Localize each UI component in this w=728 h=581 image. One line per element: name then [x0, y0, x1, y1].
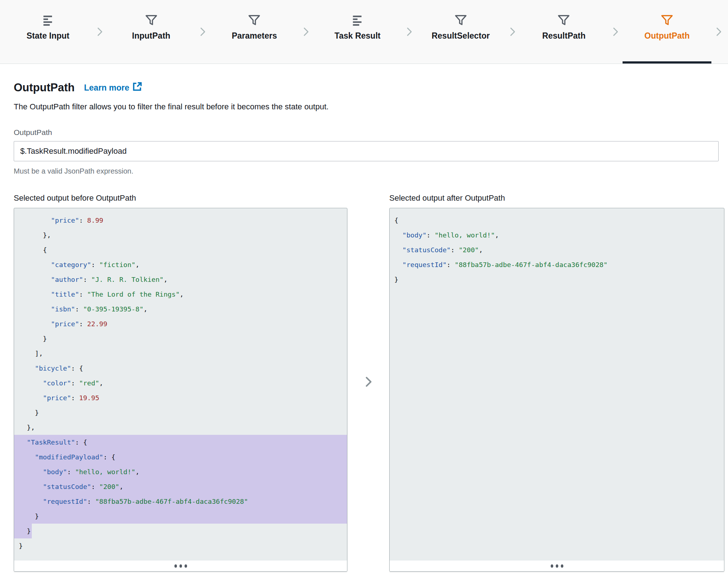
code-line: "price": 8.99: [14, 213, 347, 228]
chevron-right-icon: [506, 0, 519, 64]
tab-label: ResultPath: [542, 31, 585, 41]
code-line: },: [14, 228, 347, 243]
outputpath-input[interactable]: [14, 141, 719, 161]
ellipsis-icon: [556, 564, 558, 568]
code-line: "author": "J. R. R. Tolkien",: [14, 272, 347, 287]
tab-task-result[interactable]: Task Result: [312, 0, 403, 64]
tab-label: Parameters: [232, 31, 277, 41]
code-line: "statusCode": "200",: [14, 479, 347, 494]
main-content: OutputPath Learn more The OutputPath fil…: [0, 81, 728, 572]
tab-resultselector[interactable]: ResultSelector: [416, 0, 506, 64]
code-line: }: [14, 509, 347, 524]
code-line: "body": "hello, world!",: [14, 464, 347, 479]
code-line: "bicycle": {: [14, 361, 347, 376]
chevron-right-icon: [299, 0, 312, 64]
ellipsis-icon: [561, 564, 563, 568]
outputpath-field-label: OutputPath: [14, 128, 724, 137]
tab-label: ResultSelector: [432, 31, 490, 41]
chevron-right-icon: [93, 0, 106, 64]
tab-resultpath[interactable]: ResultPath: [519, 0, 609, 64]
code-line: }: [390, 272, 724, 287]
code-line: {: [14, 243, 347, 257]
chevron-right-icon: [361, 375, 376, 390]
before-panel: "price": 8.99 }, { "category": "fiction"…: [14, 208, 347, 572]
active-tab-underline: [623, 61, 711, 64]
before-panel-code: "price": 8.99 }, { "category": "fiction"…: [14, 208, 347, 560]
code-line: "price": 19.95: [14, 390, 347, 405]
code-line: "title": "The Lord of the Rings",: [14, 287, 347, 302]
lines-icon: [351, 12, 364, 28]
ellipsis-icon: [185, 564, 187, 568]
learn-more-link[interactable]: Learn more: [84, 82, 142, 93]
tab-label: Task Result: [334, 31, 380, 41]
code-line: }: [14, 524, 347, 538]
code-line: }: [14, 331, 347, 346]
code-line: {: [390, 213, 724, 228]
code-line: "category": "fiction",: [14, 257, 347, 272]
lines-icon: [41, 12, 55, 28]
tab-state-input[interactable]: State Input: [3, 0, 93, 64]
code-line: ],: [14, 346, 347, 361]
before-after-panels: Selected output before OutputPath "price…: [14, 193, 724, 572]
tab-inputpath[interactable]: InputPath: [106, 0, 196, 64]
code-line: "TaskResult": {: [14, 435, 347, 450]
funnel-icon: [247, 12, 261, 28]
outputpath-constraint-text: Must be a valid JsonPath expression.: [14, 167, 724, 175]
chevron-right-icon: [196, 0, 209, 64]
code-line: "modifiedPayload": {: [14, 450, 347, 464]
after-column: Selected output after OutputPath { "body…: [389, 193, 724, 572]
code-line: "requestId": "88fba57b-adbe-467f-abf4-da…: [390, 257, 724, 272]
learn-more-label: Learn more: [84, 83, 129, 93]
ellipsis-icon: [551, 564, 553, 568]
funnel-icon: [660, 12, 674, 28]
code-line: "price": 22.99: [14, 316, 347, 331]
tab-outputpath[interactable]: OutputPath: [622, 0, 712, 64]
code-line: "statusCode": "200",: [390, 243, 724, 257]
chevron-right-icon: [609, 0, 622, 64]
expand-after-panel-button[interactable]: [390, 560, 724, 571]
expand-before-panel-button[interactable]: [14, 560, 347, 571]
chevron-right-icon: [403, 0, 416, 64]
panel-separator: [347, 193, 389, 572]
ellipsis-icon: [174, 564, 177, 568]
tab-label: State Input: [26, 31, 69, 41]
tab-label: OutputPath: [645, 31, 690, 41]
page-title: OutputPath: [14, 81, 75, 94]
before-panel-title: Selected output before OutputPath: [14, 193, 347, 203]
ellipsis-icon: [179, 564, 182, 568]
after-panel: { "body": "hello, world!", "statusCode":…: [389, 208, 724, 572]
funnel-icon: [557, 12, 571, 28]
section-description: The OutputPath filter allows you to filt…: [14, 102, 724, 112]
code-line: },: [14, 420, 347, 435]
code-line: }: [14, 538, 347, 553]
section-header: OutputPath Learn more: [14, 81, 724, 94]
code-line: "color": "red",: [14, 376, 347, 390]
after-panel-code: { "body": "hello, world!", "statusCode":…: [390, 208, 724, 560]
code-line: "requestId": "88fba57b-adbe-467f-abf4-da…: [14, 494, 347, 509]
code-line: "isbn": "0-395-19395-8",: [14, 302, 347, 316]
before-column: Selected output before OutputPath "price…: [14, 193, 347, 572]
funnel-icon: [144, 12, 158, 28]
external-link-icon: [133, 82, 142, 93]
tab-label: InputPath: [132, 31, 170, 41]
funnel-icon: [454, 12, 468, 28]
chevron-right-icon: [712, 0, 725, 64]
code-line: "body": "hello, world!",: [390, 228, 724, 243]
after-panel-title: Selected output after OutputPath: [389, 193, 724, 203]
tab-parameters[interactable]: Parameters: [209, 0, 299, 64]
step-tabs: State InputInputPathParametersTask Resul…: [0, 0, 728, 64]
code-line: }: [14, 405, 347, 420]
